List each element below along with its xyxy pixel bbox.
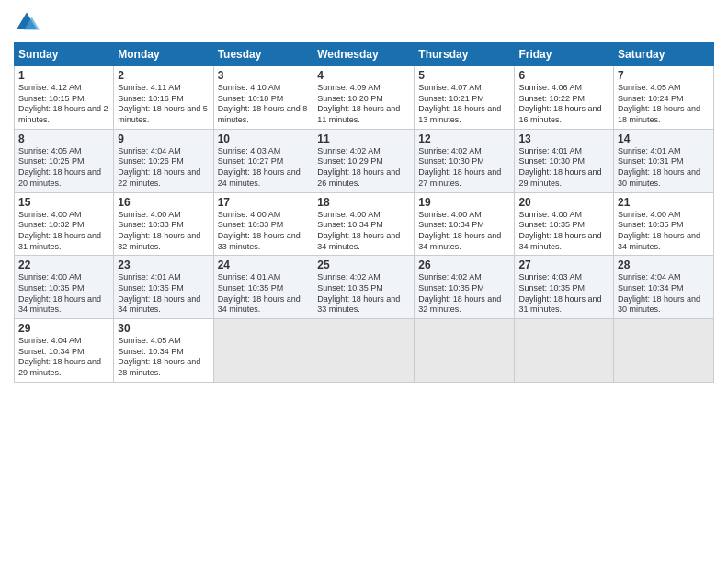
calendar-cell: 15Sunrise: 4:00 AMSunset: 10:32 PMDaylig… <box>15 192 114 256</box>
day-number: 24 <box>218 259 310 271</box>
day-number: 28 <box>618 259 710 271</box>
day-info: Sunrise: 4:00 AMSunset: 10:35 PMDaylight… <box>618 210 710 253</box>
day-number: 15 <box>18 196 109 209</box>
calendar-cell: 29Sunrise: 4:04 AMSunset: 10:34 PMDaylig… <box>15 319 114 383</box>
calendar-cell <box>614 319 714 383</box>
calendar-cell: 21Sunrise: 4:00 AMSunset: 10:35 PMDaylig… <box>614 192 714 256</box>
calendar-week-1: 1Sunrise: 4:12 AMSunset: 10:15 PMDayligh… <box>15 66 714 130</box>
day-number: 18 <box>317 196 410 209</box>
calendar-header-monday: Monday <box>114 43 213 66</box>
calendar-cell: 27Sunrise: 4:03 AMSunset: 10:35 PMDaylig… <box>515 256 614 319</box>
day-number: 7 <box>618 69 710 82</box>
calendar-table: SundayMondayTuesdayWednesdayThursdayFrid… <box>14 42 714 383</box>
day-info: Sunrise: 4:00 AMSunset: 10:33 PMDaylight… <box>218 210 310 253</box>
day-number: 17 <box>218 196 310 209</box>
day-info: Sunrise: 4:03 AMSunset: 10:27 PMDaylight… <box>218 146 310 190</box>
calendar-cell: 7Sunrise: 4:05 AMSunset: 10:24 PMDayligh… <box>614 66 714 130</box>
page: SundayMondayTuesdayWednesdayThursdayFrid… <box>0 0 728 563</box>
calendar-cell: 26Sunrise: 4:02 AMSunset: 10:35 PMDaylig… <box>415 256 515 319</box>
calendar-cell: 3Sunrise: 4:10 AMSunset: 10:18 PMDayligh… <box>213 66 313 130</box>
calendar-cell: 5Sunrise: 4:07 AMSunset: 10:21 PMDayligh… <box>415 66 515 130</box>
day-number: 8 <box>18 132 109 145</box>
calendar-week-4: 22Sunrise: 4:00 AMSunset: 10:35 PMDaylig… <box>15 256 714 319</box>
day-number: 22 <box>18 259 109 271</box>
day-info: Sunrise: 4:00 AMSunset: 10:34 PMDaylight… <box>317 210 410 253</box>
day-info: Sunrise: 4:00 AMSunset: 10:33 PMDaylight… <box>118 210 209 253</box>
day-info: Sunrise: 4:11 AMSunset: 10:16 PMDaylight… <box>118 83 209 126</box>
day-info: Sunrise: 4:10 AMSunset: 10:18 PMDaylight… <box>218 83 310 126</box>
day-number: 10 <box>218 132 310 145</box>
calendar-cell: 6Sunrise: 4:06 AMSunset: 10:22 PMDayligh… <box>515 66 614 130</box>
day-info: Sunrise: 4:01 AMSunset: 10:35 PMDaylight… <box>218 272 310 316</box>
calendar-header-row: SundayMondayTuesdayWednesdayThursdayFrid… <box>15 43 714 66</box>
calendar-header-thursday: Thursday <box>415 43 515 66</box>
calendar-header-friday: Friday <box>515 43 614 66</box>
calendar-cell: 12Sunrise: 4:02 AMSunset: 10:30 PMDaylig… <box>415 129 515 192</box>
day-info: Sunrise: 4:00 AMSunset: 10:35 PMDaylight… <box>518 210 609 253</box>
day-number: 26 <box>418 259 510 271</box>
day-info: Sunrise: 4:07 AMSunset: 10:21 PMDaylight… <box>418 83 510 126</box>
calendar-cell: 17Sunrise: 4:00 AMSunset: 10:33 PMDaylig… <box>213 192 313 256</box>
calendar-header-saturday: Saturday <box>614 43 714 66</box>
day-info: Sunrise: 4:02 AMSunset: 10:35 PMDaylight… <box>418 272 510 316</box>
day-info: Sunrise: 4:06 AMSunset: 10:22 PMDaylight… <box>518 83 609 126</box>
day-number: 27 <box>518 259 609 271</box>
calendar-header-tuesday: Tuesday <box>213 43 313 66</box>
day-number: 29 <box>18 322 109 335</box>
day-number: 9 <box>118 132 209 145</box>
day-number: 25 <box>317 259 410 271</box>
calendar-cell: 1Sunrise: 4:12 AMSunset: 10:15 PMDayligh… <box>15 66 114 130</box>
day-info: Sunrise: 4:05 AMSunset: 10:25 PMDaylight… <box>18 146 109 190</box>
day-info: Sunrise: 4:01 AMSunset: 10:30 PMDaylight… <box>518 146 609 190</box>
calendar-cell <box>415 319 515 383</box>
day-number: 30 <box>118 322 209 335</box>
day-number: 19 <box>418 196 510 209</box>
day-info: Sunrise: 4:00 AMSunset: 10:35 PMDaylight… <box>18 272 109 316</box>
calendar-week-2: 8Sunrise: 4:05 AMSunset: 10:25 PMDayligh… <box>15 129 714 192</box>
calendar-cell: 9Sunrise: 4:04 AMSunset: 10:26 PMDayligh… <box>114 129 213 192</box>
day-info: Sunrise: 4:05 AMSunset: 10:24 PMDaylight… <box>618 83 710 126</box>
calendar-cell: 11Sunrise: 4:02 AMSunset: 10:29 PMDaylig… <box>313 129 415 192</box>
calendar-cell: 8Sunrise: 4:05 AMSunset: 10:25 PMDayligh… <box>15 129 114 192</box>
calendar-cell <box>313 319 415 383</box>
day-info: Sunrise: 4:01 AMSunset: 10:31 PMDaylight… <box>618 146 710 190</box>
calendar-cell <box>213 319 313 383</box>
calendar-cell: 13Sunrise: 4:01 AMSunset: 10:30 PMDaylig… <box>515 129 614 192</box>
day-info: Sunrise: 4:12 AMSunset: 10:15 PMDaylight… <box>18 83 109 126</box>
calendar-header-wednesday: Wednesday <box>313 43 415 66</box>
day-number: 3 <box>218 69 310 82</box>
day-info: Sunrise: 4:05 AMSunset: 10:34 PMDaylight… <box>118 336 209 379</box>
calendar-cell: 22Sunrise: 4:00 AMSunset: 10:35 PMDaylig… <box>15 256 114 319</box>
day-number: 2 <box>118 69 209 82</box>
day-info: Sunrise: 4:02 AMSunset: 10:35 PMDaylight… <box>317 272 410 316</box>
day-info: Sunrise: 4:02 AMSunset: 10:30 PMDaylight… <box>418 146 510 190</box>
day-info: Sunrise: 4:01 AMSunset: 10:35 PMDaylight… <box>118 272 209 316</box>
day-number: 4 <box>317 69 410 82</box>
calendar-cell: 20Sunrise: 4:00 AMSunset: 10:35 PMDaylig… <box>515 192 614 256</box>
day-info: Sunrise: 4:04 AMSunset: 10:26 PMDaylight… <box>118 146 209 190</box>
day-number: 13 <box>518 132 609 145</box>
calendar-cell: 30Sunrise: 4:05 AMSunset: 10:34 PMDaylig… <box>114 319 213 383</box>
day-number: 14 <box>618 132 710 145</box>
day-number: 21 <box>618 196 710 209</box>
calendar-cell: 16Sunrise: 4:00 AMSunset: 10:33 PMDaylig… <box>114 192 213 256</box>
calendar-cell: 10Sunrise: 4:03 AMSunset: 10:27 PMDaylig… <box>213 129 313 192</box>
calendar-week-3: 15Sunrise: 4:00 AMSunset: 10:32 PMDaylig… <box>15 192 714 256</box>
calendar-cell: 14Sunrise: 4:01 AMSunset: 10:31 PMDaylig… <box>614 129 714 192</box>
day-number: 20 <box>518 196 609 209</box>
day-number: 1 <box>18 69 109 82</box>
logo-icon <box>14 9 40 35</box>
day-number: 16 <box>118 196 209 209</box>
day-number: 5 <box>418 69 510 82</box>
calendar-cell: 28Sunrise: 4:04 AMSunset: 10:34 PMDaylig… <box>614 256 714 319</box>
day-info: Sunrise: 4:04 AMSunset: 10:34 PMDaylight… <box>618 272 710 316</box>
calendar-header-sunday: Sunday <box>15 43 114 66</box>
logo <box>14 9 43 35</box>
calendar-cell: 23Sunrise: 4:01 AMSunset: 10:35 PMDaylig… <box>114 256 213 319</box>
day-info: Sunrise: 4:00 AMSunset: 10:34 PMDaylight… <box>418 210 510 253</box>
calendar-cell: 25Sunrise: 4:02 AMSunset: 10:35 PMDaylig… <box>313 256 415 319</box>
day-info: Sunrise: 4:03 AMSunset: 10:35 PMDaylight… <box>518 272 609 316</box>
day-number: 6 <box>518 69 609 82</box>
day-info: Sunrise: 4:04 AMSunset: 10:34 PMDaylight… <box>18 336 109 379</box>
day-info: Sunrise: 4:00 AMSunset: 10:32 PMDaylight… <box>18 210 109 253</box>
